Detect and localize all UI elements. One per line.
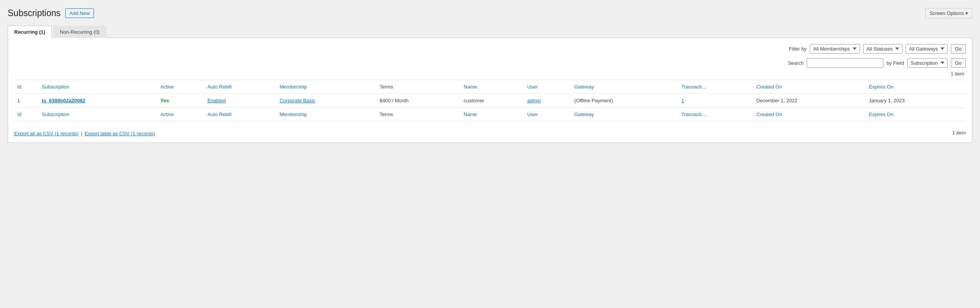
cell-transaction: 1 — [678, 93, 753, 107]
items-count-top: 1 item — [14, 71, 966, 77]
subscription-link[interactable]: ts_6388b02a20082 — [42, 98, 86, 103]
footer-links: Export all as CSV (1 records) | Export t… — [14, 131, 155, 136]
page-title: Subscriptions — [8, 8, 61, 19]
cell-active: Yes — [157, 93, 204, 107]
subscriptions-table: Id Subscription Active Auto Rebill Membe… — [14, 80, 966, 121]
table-row: 1 ts_6388b02a20082 Yes Enabled Corporate… — [14, 93, 966, 107]
col-header-expires-on[interactable]: Expires On — [866, 80, 966, 93]
user-link[interactable]: admin — [527, 98, 541, 103]
bottom-row: Export all as CSV (1 records) | Export t… — [14, 126, 966, 136]
tab-non-recurring[interactable]: Non-Recurring (0) — [53, 26, 106, 38]
table-footer-header-row: Id Subscription Active Auto Rebill Membe… — [14, 107, 966, 121]
tabs-row: Recurring (1) Non-Recurring (0) — [8, 25, 972, 38]
col-header-gateway[interactable]: Gateway — [571, 80, 678, 93]
col-header-created-on[interactable]: Created On — [753, 80, 866, 93]
export-table-csv-link[interactable]: Export table as CSV (1 records) — [85, 131, 155, 136]
export-all-csv-link[interactable]: Export all as CSV (1 records) — [14, 131, 79, 136]
statuses-filter-select[interactable]: All Statuses — [863, 44, 903, 54]
search-go-button[interactable]: Go — [951, 58, 966, 68]
screen-options-chevron-icon: ▾ — [965, 10, 968, 16]
col-footer-auto-rebill[interactable]: Auto Rebill — [204, 107, 276, 121]
col-header-transaction[interactable]: Transacti… — [678, 80, 753, 93]
search-label: Search — [788, 60, 804, 66]
col-header-membership[interactable]: Membership — [276, 80, 377, 93]
screen-options-button[interactable]: Screen Options ▾ — [925, 8, 972, 18]
search-field-select[interactable]: Subscription — [907, 58, 948, 68]
search-input[interactable] — [807, 58, 883, 68]
col-header-active[interactable]: Active — [157, 80, 204, 93]
col-footer-id[interactable]: Id — [14, 107, 39, 121]
transaction-link[interactable]: 1 — [681, 98, 684, 103]
col-footer-created-on[interactable]: Created On — [753, 107, 866, 121]
page-title-area: Subscriptions Add New — [8, 8, 94, 19]
col-footer-transaction[interactable]: Transacti… — [678, 107, 753, 121]
col-header-terms: Terms — [377, 80, 460, 93]
col-header-id[interactable]: Id — [14, 80, 39, 93]
search-row: Search by Field Subscription Go — [14, 58, 966, 68]
add-new-button[interactable]: Add New — [65, 8, 94, 18]
membership-link[interactable]: Corporate Basic — [280, 98, 315, 103]
cell-membership: Corporate Basic — [276, 93, 377, 107]
col-header-subscription[interactable]: Subscription — [39, 80, 157, 93]
col-footer-user[interactable]: User — [524, 107, 571, 121]
col-footer-membership[interactable]: Membership — [276, 107, 377, 121]
table-wrapper: Id Subscription Active Auto Rebill Membe… — [14, 80, 966, 121]
auto-rebill-link[interactable]: Enabled — [207, 98, 226, 103]
gateways-filter-select[interactable]: All Gateways — [906, 44, 948, 54]
tab-recurring[interactable]: Recurring (1) — [8, 26, 52, 38]
by-field-label: by Field — [886, 60, 904, 66]
filters-row: Filter by All Memberships All Statuses A… — [14, 44, 966, 54]
content-area: Filter by All Memberships All Statuses A… — [8, 38, 972, 143]
cell-auto-rebill: Enabled — [204, 93, 276, 107]
cell-gateway: (Offline Payment) — [571, 93, 678, 107]
cell-id: 1 — [14, 93, 39, 107]
col-footer-expires-on[interactable]: Expires On — [866, 107, 966, 121]
page-header: Subscriptions Add New Screen Options ▾ — [8, 8, 972, 19]
filter-by-label: Filter by — [789, 46, 806, 52]
cell-name: customer — [460, 93, 524, 107]
col-header-user[interactable]: User — [524, 80, 571, 93]
col-footer-active[interactable]: Active — [157, 107, 204, 121]
cell-subscription: ts_6388b02a20082 — [39, 93, 157, 107]
cell-user: admin — [524, 93, 571, 107]
col-footer-subscription[interactable]: Subscription — [39, 107, 157, 121]
col-footer-gateway[interactable]: Gateway — [571, 107, 678, 121]
filters-go-button[interactable]: Go — [951, 44, 966, 54]
col-footer-name[interactable]: Name — [460, 107, 524, 121]
col-header-name[interactable]: Name — [460, 80, 524, 93]
table-header-row: Id Subscription Active Auto Rebill Membe… — [14, 80, 966, 93]
cell-terms: $400 / Month — [377, 93, 460, 107]
screen-options-label: Screen Options — [929, 10, 964, 16]
footer-separator: | — [81, 131, 82, 136]
items-count-bottom: 1 item — [952, 130, 966, 136]
col-header-auto-rebill[interactable]: Auto Rebill — [204, 80, 276, 93]
cell-expires-on: January 1, 2023 — [866, 93, 966, 107]
cell-created-on: December 1, 2022 — [753, 93, 866, 107]
active-status: Yes — [160, 98, 169, 103]
memberships-filter-select[interactable]: All Memberships — [810, 44, 860, 54]
col-footer-terms: Terms — [377, 107, 460, 121]
